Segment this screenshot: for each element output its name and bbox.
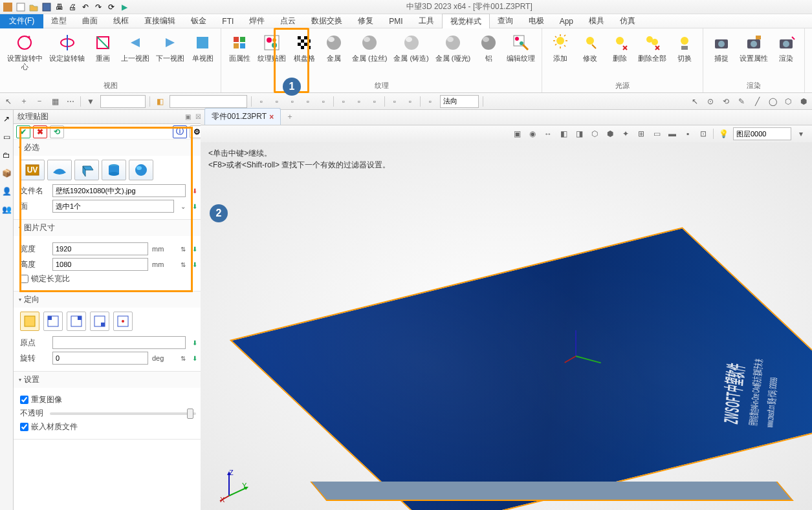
menu-item-active[interactable]: 视觉样式 <box>442 14 490 30</box>
section-required[interactable]: 必选 <box>14 140 206 156</box>
next-view-button[interactable]: 下一视图 <box>153 30 187 63</box>
menu-item[interactable]: 仿真 <box>612 14 643 28</box>
tb-icon[interactable]: ◯ <box>767 96 778 107</box>
file-menu-button[interactable]: 文件(F) <box>0 14 43 28</box>
play-icon[interactable]: ▶ <box>119 2 129 12</box>
vp-icon[interactable]: ⬡ <box>589 128 600 140</box>
menu-item[interactable]: 模具 <box>581 14 612 28</box>
capture-button[interactable]: 捕捉 <box>707 30 736 63</box>
metal-matte-button[interactable]: 金属 (哑光) <box>433 30 473 63</box>
download-icon[interactable]: ⬇ <box>190 186 200 196</box>
menu-item[interactable]: PMI <box>381 15 410 28</box>
plus-icon[interactable]: ＋ <box>18 96 30 107</box>
section-imgsize[interactable]: 图片尺寸 <box>14 220 206 236</box>
menu-item[interactable]: 电极 <box>521 14 552 28</box>
section-settings[interactable]: 设置 <box>14 372 206 388</box>
pick-icon[interactable]: ⬇ <box>190 201 200 211</box>
menu-item[interactable]: 修复 <box>350 14 381 28</box>
light-del-all-button[interactable]: 删除全部 <box>635 30 669 63</box>
aluminum-button[interactable]: 铝 <box>474 30 503 63</box>
tb-icon[interactable]: ▫ <box>404 96 416 107</box>
vp-icon[interactable]: ▪ <box>682 128 694 140</box>
ok-button[interactable]: ✔ <box>16 125 30 138</box>
render-button[interactable]: 渲染 <box>772 30 800 63</box>
save-icon[interactable] <box>41 2 52 12</box>
uv-box-button[interactable] <box>74 160 99 180</box>
print-icon[interactable]: 🖶 <box>54 2 65 12</box>
spin-icon[interactable]: ⇅ <box>178 259 188 270</box>
menu-item[interactable]: 直接编辑 <box>137 14 183 28</box>
tree-icon[interactable]: 🗀 <box>0 149 13 162</box>
menu-item[interactable]: 造型 <box>43 14 74 28</box>
print2-icon[interactable]: 🖨 <box>67 2 78 12</box>
filter-input[interactable] <box>100 95 146 108</box>
pick-icon[interactable]: ⬇ <box>190 353 200 363</box>
light-toggle-button[interactable]: 切换 <box>670 30 699 63</box>
width-input[interactable] <box>52 242 148 255</box>
vp-icon[interactable]: ⊞ <box>635 128 647 140</box>
tb-icon[interactable]: ⬢ <box>798 96 809 107</box>
normal-input[interactable] <box>440 95 479 108</box>
add-tab-button[interactable]: ＋ <box>281 109 299 125</box>
minimize-icon[interactable]: ▣ <box>183 112 192 122</box>
tb-icon[interactable]: ▫ <box>389 96 401 107</box>
menu-item[interactable]: 工具 <box>411 14 442 28</box>
tb-icon[interactable]: ⊙ <box>705 96 716 107</box>
refresh-icon[interactable]: ⟳ <box>106 2 116 12</box>
menu-item[interactable]: 点云 <box>272 14 303 28</box>
dots-icon[interactable]: ⋯ <box>65 96 76 107</box>
rotate-axis-button[interactable]: 设定旋转轴 <box>47 30 87 63</box>
cancel-button[interactable]: ✖ <box>33 125 47 138</box>
orient-br-button[interactable] <box>90 312 109 331</box>
height-input[interactable] <box>52 258 148 271</box>
3d-model-view[interactable]: ZWSOFT中望软件 用智能数控All-in-One CAx解决方案赋予未来 w… <box>278 194 809 510</box>
minus-icon[interactable]: － <box>34 96 45 107</box>
vp-icon[interactable]: ⊡ <box>697 128 709 140</box>
orient-tl-button[interactable] <box>43 312 63 331</box>
dropdown-icon[interactable]: ▾ <box>795 128 807 140</box>
close-tab-icon[interactable]: × <box>269 112 274 122</box>
orient-fill-button[interactable] <box>20 312 39 331</box>
apply-button[interactable]: ⟲ <box>50 125 64 138</box>
checker-button[interactable]: 棋盘格 <box>290 30 318 63</box>
single-view-button[interactable]: 单视图 <box>188 30 217 63</box>
uv-plane-button[interactable]: UV <box>20 160 45 180</box>
cube-icon[interactable]: ◧ <box>154 96 166 107</box>
tb-icon[interactable]: ▫ <box>369 96 380 107</box>
user-icon[interactable]: 👥 <box>0 203 13 216</box>
vp-icon[interactable]: ◧ <box>558 128 569 140</box>
menu-item[interactable]: FTI <box>214 15 241 28</box>
menu-item[interactable]: 数据交换 <box>303 14 350 28</box>
tb-icon[interactable]: ▫ <box>256 96 267 107</box>
pick-icon[interactable]: ⬇ <box>190 259 200 270</box>
prev-view-button[interactable]: 上一视图 <box>118 30 152 63</box>
tb-icon[interactable]: ▫ <box>318 96 329 107</box>
uv-sheet-button[interactable] <box>47 160 72 180</box>
tb-icon[interactable]: ▫ <box>338 96 349 107</box>
light-mod-button[interactable]: 修改 <box>576 30 604 63</box>
orient-tr-button[interactable] <box>67 312 86 331</box>
orient-center-button[interactable] <box>113 312 133 331</box>
rotate-center-button[interactable]: 设置旋转中心 <box>4 30 45 71</box>
face-attr-button[interactable]: 面属性 <box>225 30 254 63</box>
vp-icon[interactable]: ▭ <box>651 128 663 140</box>
box-icon[interactable]: ▭ <box>0 131 13 143</box>
vp-icon[interactable]: ▣ <box>511 128 523 140</box>
tb-icon[interactable]: ▫ <box>287 96 298 107</box>
person-icon[interactable]: 👤 <box>0 185 13 198</box>
tb-icon[interactable]: ⟲ <box>720 96 732 107</box>
vp-icon[interactable]: ◉ <box>527 128 538 140</box>
origin-input[interactable] <box>52 336 186 349</box>
tb-icon[interactable]: ▫ <box>353 96 365 107</box>
embed-checkbox[interactable] <box>20 423 28 431</box>
menu-item[interactable]: 焊件 <box>241 14 272 28</box>
menu-item[interactable]: 曲面 <box>74 14 105 28</box>
pick-icon[interactable]: ⬇ <box>190 337 200 348</box>
opacity-slider[interactable] <box>50 412 196 415</box>
vp-icon[interactable]: ▬ <box>666 128 678 140</box>
uv-cyl-button[interactable] <box>102 160 126 180</box>
vp-icon[interactable]: ◨ <box>573 128 585 140</box>
repeat-checkbox[interactable] <box>20 396 28 404</box>
tb-icon[interactable]: ↖ <box>689 96 701 107</box>
tb-icon[interactable]: ▫ <box>271 96 283 107</box>
